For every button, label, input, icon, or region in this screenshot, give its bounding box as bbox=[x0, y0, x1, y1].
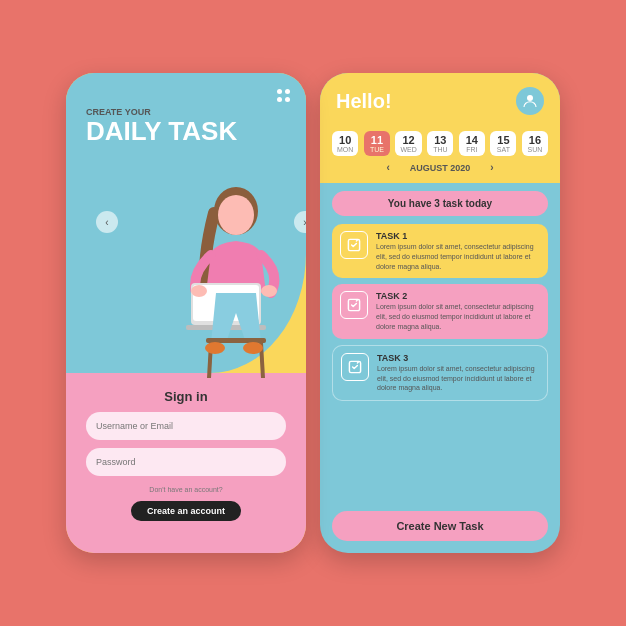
task-title-1: TASK 1 bbox=[376, 231, 540, 241]
task-summary: You have 3 task today bbox=[332, 191, 548, 216]
cal-day-14[interactable]: 14FRI bbox=[459, 131, 485, 156]
calendar-days: 10MON11TUE12WED13THU14FRI15SAT16SUN bbox=[332, 131, 548, 156]
svg-point-6 bbox=[261, 285, 277, 297]
svg-point-11 bbox=[243, 342, 263, 354]
left-top-section: Create Your DAILY TASK bbox=[66, 73, 306, 373]
left-bottom-section: Sign in Don't have an account? Create an… bbox=[66, 373, 306, 553]
right-arrow[interactable]: › bbox=[294, 211, 306, 233]
left-arrow[interactable]: ‹ bbox=[96, 211, 118, 233]
svg-point-12 bbox=[527, 95, 533, 101]
task-desc-3: Lorem ipsum dolor sit amet, consectetur … bbox=[377, 364, 539, 393]
cal-day-12[interactable]: 12WED bbox=[395, 131, 421, 156]
cal-day-13[interactable]: 13THU bbox=[427, 131, 453, 156]
right-header: Hello! bbox=[320, 73, 560, 125]
avatar-icon[interactable] bbox=[516, 87, 544, 115]
task-content-3: TASK 3 Lorem ipsum dolor sit amet, conse… bbox=[377, 353, 539, 393]
task-icon-3 bbox=[341, 353, 369, 381]
cal-prev-button[interactable]: ‹ bbox=[386, 162, 389, 173]
tasks-list: TASK 1 Lorem ipsum dolor sit amet, conse… bbox=[320, 224, 560, 503]
cal-day-10[interactable]: 10MON bbox=[332, 131, 358, 156]
task-desc-1: Lorem ipsum dolor sit amet, consectetur … bbox=[376, 242, 540, 271]
cal-day-15[interactable]: 15SAT bbox=[490, 131, 516, 156]
username-input[interactable] bbox=[86, 412, 286, 440]
dots-icon bbox=[277, 89, 290, 102]
task-icon-1 bbox=[340, 231, 368, 259]
nav-arrows: ‹ › bbox=[86, 211, 306, 233]
password-input[interactable] bbox=[86, 448, 286, 476]
task-title-3: TASK 3 bbox=[377, 353, 539, 363]
cal-next-button[interactable]: › bbox=[490, 162, 493, 173]
svg-point-10 bbox=[205, 342, 225, 354]
task-desc-2: Lorem ipsum dolor sit amet, consectetur … bbox=[376, 302, 540, 331]
task-content-1: TASK 1 Lorem ipsum dolor sit amet, conse… bbox=[376, 231, 540, 271]
create-account-button[interactable]: Create an account bbox=[131, 501, 241, 521]
cal-day-16[interactable]: 16SUN bbox=[522, 131, 548, 156]
calendar-section: 10MON11TUE12WED13THU14FRI15SAT16SUN ‹ AU… bbox=[320, 125, 560, 183]
sign-in-label: Sign in bbox=[164, 389, 207, 404]
daily-task-title: DAILY TASK bbox=[86, 117, 286, 146]
cal-day-11[interactable]: 11TUE bbox=[364, 131, 390, 156]
month-label: AUGUST 2020 bbox=[410, 163, 471, 173]
task-icon-2 bbox=[340, 291, 368, 319]
task-title-2: TASK 2 bbox=[376, 291, 540, 301]
phone-left: Create Your DAILY TASK bbox=[66, 73, 306, 553]
phones-container: Create Your DAILY TASK bbox=[66, 73, 560, 553]
task-content-2: TASK 2 Lorem ipsum dolor sit amet, conse… bbox=[376, 291, 540, 331]
task-item-1[interactable]: TASK 1 Lorem ipsum dolor sit amet, conse… bbox=[332, 224, 548, 278]
task-item-2[interactable]: TASK 2 Lorem ipsum dolor sit amet, conse… bbox=[332, 284, 548, 338]
task-item-3[interactable]: TASK 3 Lorem ipsum dolor sit amet, conse… bbox=[332, 345, 548, 401]
create-new-task-button[interactable]: Create New Task bbox=[332, 511, 548, 541]
hello-text: Hello! bbox=[336, 90, 392, 113]
svg-point-5 bbox=[191, 285, 207, 297]
calendar-nav: ‹ AUGUST 2020 › bbox=[332, 162, 548, 173]
phone-right: Hello! 10MON11TUE12WED13THU14FRI15SAT16S… bbox=[320, 73, 560, 553]
dont-have-label: Don't have an account? bbox=[149, 486, 222, 493]
